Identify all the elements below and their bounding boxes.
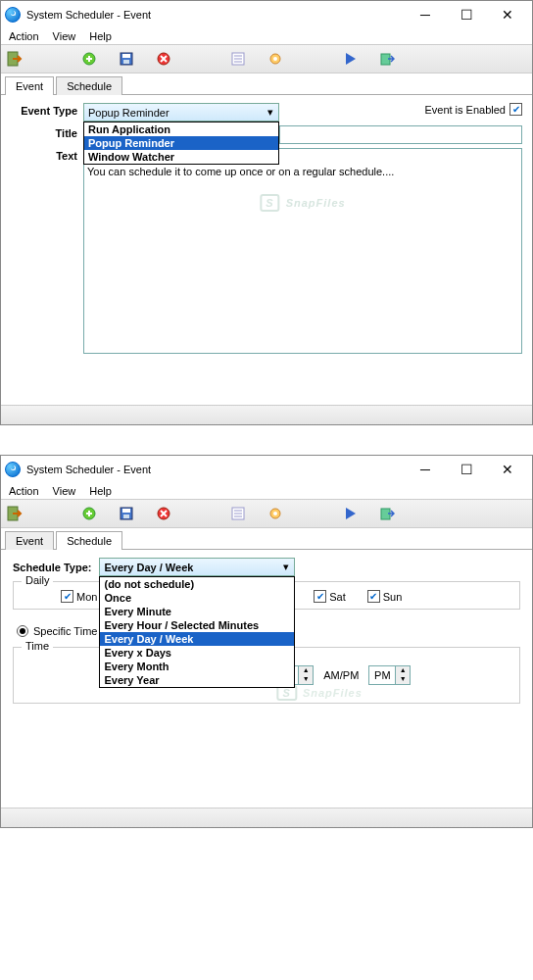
sun-label: Sun [383,591,403,603]
specific-time-label: Specific Time [33,625,97,637]
svg-point-8 [273,57,277,61]
menu-action[interactable]: Action [9,485,39,497]
menubar: Action View Help [1,28,532,44]
svg-rect-14 [123,514,129,518]
save-icon[interactable] [117,49,136,69]
toolbar [1,44,532,74]
close-button[interactable]: ✕ [487,458,528,481]
ampm-input[interactable] [369,666,395,684]
close-button[interactable]: ✕ [487,3,528,26]
toolbar-2 [1,499,532,528]
delete-icon[interactable] [154,504,173,523]
ampm-up[interactable]: ▲ [396,666,410,675]
tab-event[interactable]: Event [5,76,54,95]
schedule-type-dropdown: (do not schedule) Once Every Minute Ever… [99,576,295,688]
event-type-value: Popup Reminder [88,107,170,119]
option-every-month[interactable]: Every Month [100,660,294,673]
app-icon [5,462,21,477]
option-do-not-schedule[interactable]: (do not schedule) [100,577,294,591]
event-type-combo[interactable]: Popup Reminder ▾ Run Application Popup R… [83,103,279,122]
specific-time-radio[interactable] [17,625,28,637]
menu-view[interactable]: View [53,30,76,42]
schedule-type-combo[interactable]: Every Day / Week ▾ (do not schedule) Onc… [99,558,295,576]
option-once[interactable]: Once [100,591,294,605]
statusbar-2 [1,808,532,827]
tab-schedule[interactable]: Schedule [56,76,122,95]
sun-checkbox[interactable]: ✔ [367,590,380,603]
option-every-x-days[interactable]: Every x Days [100,646,294,660]
app-icon [5,7,21,23]
option-popup-reminder[interactable]: Popup Reminder [84,136,278,150]
list-icon[interactable] [228,504,248,523]
list-icon[interactable] [228,49,248,69]
option-window-watcher[interactable]: Window Watcher [84,150,278,164]
add-icon[interactable] [79,49,99,69]
mon-checkbox[interactable]: ✔ [61,590,73,603]
option-every-year[interactable]: Every Year [100,673,294,687]
event-type-label: Event Type [11,103,83,117]
window-schedule: System Scheduler - Event ─ ☐ ✕ Action Vi… [0,455,533,828]
sat-label: Sat [329,591,346,603]
titlebar: System Scheduler - Event ─ ☐ ✕ [1,1,532,28]
exit-icon[interactable] [5,49,24,69]
ampm-down[interactable]: ▼ [396,675,410,684]
text-line2: You can schedule it to come up once or o… [87,165,518,178]
title-label: Title [11,125,83,139]
event-enabled-checkbox[interactable]: ✔ [509,103,522,116]
option-every-minute[interactable]: Every Minute [100,605,294,618]
delete-icon[interactable] [154,49,173,69]
settings-icon[interactable] [266,49,285,69]
mm-down[interactable]: ▼ [299,675,313,684]
play-icon[interactable] [340,504,360,523]
text-input[interactable]: This is a sample popup reminder! You can… [83,148,522,354]
svg-rect-4 [123,60,129,64]
ampm-label: AM/PM [323,669,359,681]
option-every-hour[interactable]: Every Hour / Selected Minutes [100,618,294,632]
tab-event[interactable]: Event [5,531,54,550]
menu-view[interactable]: View [53,485,76,497]
menu-help[interactable]: Help [89,485,112,497]
exit-icon[interactable] [5,504,24,523]
text-label: Text [11,148,83,162]
add-icon[interactable] [79,504,99,523]
window-title-2: System Scheduler - Event [26,464,405,475]
option-every-day-week[interactable]: Every Day / Week [100,632,294,646]
maximize-button[interactable]: ☐ [446,458,487,481]
minimize-button[interactable]: ─ [405,3,446,26]
event-type-dropdown: Run Application Popup Reminder Window Wa… [83,122,279,165]
chevron-down-icon[interactable]: ▾ [263,104,278,121]
play-icon[interactable] [340,49,360,69]
time-legend: Time [22,640,53,652]
minimize-button[interactable]: ─ [405,458,446,481]
save-icon[interactable] [117,504,136,523]
statusbar [1,405,532,424]
sat-checkbox[interactable]: ✔ [314,590,326,603]
tabs-2: Event Schedule [1,530,532,550]
daily-legend: Daily [22,574,53,586]
menubar-2: Action View Help [1,483,532,499]
mm-up[interactable]: ▲ [299,666,313,675]
schedule-type-value: Every Day / Week [104,562,193,573]
export-icon[interactable] [377,49,397,69]
maximize-button[interactable]: ☐ [446,3,487,26]
event-enabled-label: Event is Enabled [424,104,506,116]
svg-point-18 [273,512,277,515]
title-input[interactable] [279,125,522,144]
window-title: System Scheduler - Event [26,9,405,21]
tab-schedule[interactable]: Schedule [56,531,122,550]
menu-help[interactable]: Help [89,30,112,42]
export-icon[interactable] [377,504,397,523]
titlebar-2: System Scheduler - Event ─ ☐ ✕ [1,456,532,483]
tabs: Event Schedule [1,75,532,95]
ampm-spinner[interactable]: ▲▼ [368,665,411,685]
watermark: SSnapFiles [260,193,345,212]
option-run-application[interactable]: Run Application [84,122,278,136]
mon-label: Mon [76,591,97,603]
svg-rect-3 [122,54,130,58]
settings-icon[interactable] [266,504,285,523]
menu-action[interactable]: Action [9,30,39,42]
chevron-down-icon[interactable]: ▾ [278,559,294,575]
window-event: System Scheduler - Event ─ ☐ ✕ Action Vi… [0,0,533,425]
svg-rect-13 [122,509,130,513]
